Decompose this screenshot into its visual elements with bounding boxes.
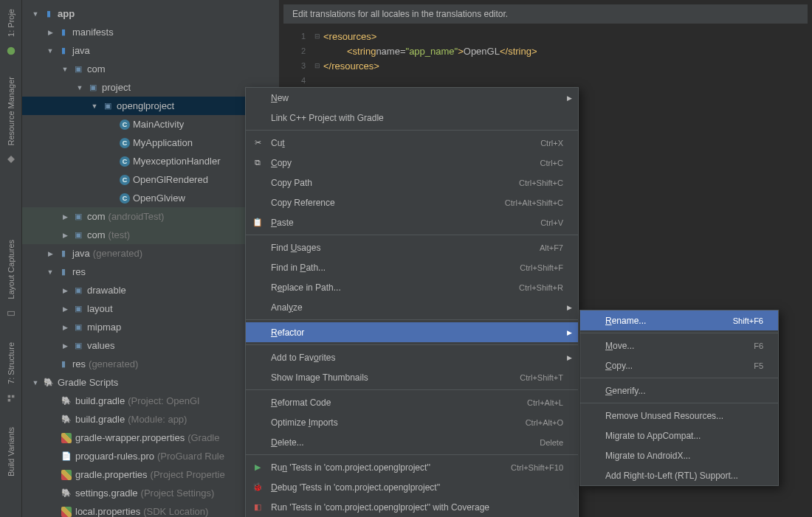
- menu-item[interactable]: Migrate to AppCompat...: [580, 426, 778, 445]
- menu-item[interactable]: Generify...: [580, 381, 778, 400]
- menu-item[interactable]: Analyze▶: [246, 297, 578, 317]
- tree-node-res[interactable]: ▮ res: [22, 263, 279, 281]
- chevron-right-icon[interactable]: [61, 287, 69, 294]
- gradle-file-icon: 🐘: [61, 414, 72, 426]
- tree-node-gradle-scripts[interactable]: 🐘 Gradle Scripts: [22, 373, 279, 392]
- tree-node-class[interactable]: C OpenGlRendered: [22, 170, 279, 189]
- chevron-down-icon[interactable]: [75, 84, 84, 91]
- tree-node-values[interactable]: ▣ values: [22, 336, 279, 355]
- rail-resource-manager[interactable]: Resource Manager: [5, 71, 17, 152]
- menu-shortcut: Ctrl+Shift+R: [519, 283, 563, 292]
- project-tree[interactable]: ▮ app ▮ manifests ▮ java ▣ com ▣ project…: [22, 0, 279, 517]
- menu-item[interactable]: Show Image ThumbnailsCtrl+Shift+T: [246, 367, 578, 387]
- tree-node-openglproject[interactable]: ▣ openglproject: [22, 97, 279, 115]
- folder-icon: ▮: [58, 45, 69, 57]
- menu-item-label: Copy Reference: [271, 198, 505, 208]
- menu-item[interactable]: ⧉CopyCtrl+C: [246, 153, 578, 173]
- cut-icon: ✂: [252, 137, 264, 149]
- chevron-down-icon[interactable]: [46, 268, 55, 276]
- tree-node-layout[interactable]: ▣ layout: [22, 299, 279, 318]
- chevron-right-icon[interactable]: [61, 342, 69, 350]
- package-icon: ▣: [72, 63, 84, 75]
- menu-item-label: Add to Favorites: [271, 353, 563, 363]
- menu-item[interactable]: Copy ReferenceCtrl+Alt+Shift+C: [246, 192, 578, 212]
- tree-node-proguard[interactable]: 📄 proguard-rules.pro (ProGuard Rule: [22, 447, 279, 465]
- tree-node-buildgradle[interactable]: 🐘 build.gradle (Project: OpenGl: [22, 392, 279, 410]
- chevron-down-icon[interactable]: [61, 66, 69, 73]
- chevron-down-icon[interactable]: [90, 103, 99, 110]
- tree-node-app[interactable]: ▮ app: [22, 4, 279, 23]
- package-icon: ▣: [87, 82, 99, 94]
- fold-icon[interactable]: ⊟: [314, 62, 323, 69]
- menu-item[interactable]: Copy PathCtrl+Shift+C: [246, 173, 578, 192]
- menu-item[interactable]: ✂CutCtrl+X: [246, 133, 578, 153]
- chevron-right-icon[interactable]: [46, 29, 55, 36]
- tree-node-class[interactable]: C OpenGlview: [22, 189, 279, 207]
- menu-item[interactable]: Rename...Shift+F6: [580, 310, 778, 330]
- tree-node-project[interactable]: ▣ project: [22, 78, 279, 97]
- menu-item[interactable]: Refactor▶: [246, 322, 578, 342]
- menu-item[interactable]: Find UsagesAlt+F7: [246, 237, 578, 257]
- context-menu[interactable]: New▶Link C++ Project with Gradle✂CutCtrl…: [245, 87, 579, 517]
- rail-structure[interactable]: 7: Structure: [5, 336, 17, 390]
- tree-node-properties[interactable]: gradle.properties (Project Propertie: [22, 465, 279, 484]
- tree-node-class[interactable]: C MyexceptionHandler: [22, 152, 279, 170]
- tree-node-class[interactable]: C MyApplication: [22, 133, 279, 152]
- tree-label: app: [58, 8, 75, 19]
- class-icon: C: [120, 175, 130, 185]
- folder-icon: ▣: [72, 340, 84, 352]
- menu-item-label: Reformat Code: [271, 398, 527, 408]
- tree-label: build.gradle: [75, 414, 125, 425]
- menu-item[interactable]: 📋PasteCtrl+V: [246, 212, 578, 232]
- menu-item[interactable]: Add to Favorites▶: [246, 347, 578, 367]
- tree-node-java[interactable]: ▮ java: [22, 41, 279, 60]
- tree-node-properties[interactable]: local.properties (SDK Location): [22, 502, 279, 517]
- tree-node-manifests[interactable]: ▮ manifests: [22, 23, 279, 41]
- menu-item[interactable]: Remove Unused Resources...: [580, 406, 778, 426]
- copy-icon: ⧉: [252, 157, 264, 169]
- menu-item[interactable]: Reformat CodeCtrl+Alt+L: [246, 392, 578, 412]
- tree-node-mipmap[interactable]: ▣ mipmap: [22, 318, 279, 336]
- menu-item[interactable]: ◧Run 'Tests in 'com.project.openglprojec…: [246, 497, 578, 517]
- tree-node-class[interactable]: C MainActivity: [22, 115, 279, 133]
- tree-node-com[interactable]: ▣ com: [22, 60, 279, 78]
- chevron-right-icon[interactable]: [46, 250, 55, 257]
- menu-item[interactable]: Move...F6: [580, 336, 778, 355]
- menu-item[interactable]: ▶Run 'Tests in 'com.project.openglprojec…: [246, 457, 578, 477]
- chevron-down-icon[interactable]: [46, 47, 55, 55]
- chevron-right-icon[interactable]: [61, 232, 69, 239]
- rail-project-tab[interactable]: 1: Proje: [5, 3, 17, 43]
- chevron-right-icon[interactable]: [61, 324, 69, 331]
- translations-hint-bar[interactable]: Edit translations for all locales in the…: [283, 4, 808, 24]
- fold-icon[interactable]: ⊟: [314, 32, 323, 40]
- tree-node-settings-gradle[interactable]: 🐘 settings.gradle (Project Settings): [22, 484, 279, 502]
- menu-item[interactable]: Add Right-to-Left (RTL) Support...: [580, 465, 778, 485]
- tree-node-com-androidtest[interactable]: ▣ com (androidTest): [22, 207, 279, 226]
- chevron-down-icon[interactable]: [31, 10, 40, 18]
- folder-icon: ▮: [58, 358, 69, 370]
- refactor-submenu[interactable]: Rename...Shift+F6Move...F6Copy...F5Gener…: [579, 310, 779, 486]
- menu-item[interactable]: Migrate to AndroidX...: [580, 445, 778, 465]
- code-editor[interactable]: 1 ⊟ <resources> 2 <string name= "app_nam…: [279, 26, 812, 91]
- tree-node-com-test[interactable]: ▣ com (test): [22, 226, 279, 244]
- tree-node-drawable[interactable]: ▣ drawable: [22, 281, 279, 299]
- menu-item[interactable]: Link C++ Project with Gradle: [246, 108, 578, 128]
- chevron-right-icon[interactable]: [61, 213, 69, 221]
- tree-node-properties[interactable]: gradle-wrapper.properties (Gradle: [22, 428, 279, 447]
- menu-item-label: Remove Unused Resources...: [605, 411, 763, 421]
- menu-item[interactable]: Replace in Path...Ctrl+Shift+R: [246, 277, 578, 297]
- chevron-down-icon[interactable]: [31, 379, 40, 386]
- tree-node-buildgradle[interactable]: 🐘 build.gradle (Module: app): [22, 410, 279, 428]
- menu-item[interactable]: 🐞Debug 'Tests in 'com.project.openglproj…: [246, 477, 578, 497]
- menu-separator: [246, 130, 578, 131]
- chevron-right-icon[interactable]: [61, 305, 69, 313]
- menu-item[interactable]: New▶: [246, 88, 578, 108]
- menu-item[interactable]: Delete...Delete: [246, 432, 578, 452]
- menu-item[interactable]: Find in Path...Ctrl+Shift+F: [246, 257, 578, 277]
- menu-item[interactable]: Copy...F5: [580, 355, 778, 375]
- tree-node-res-generated[interactable]: ▮ res (generated): [22, 355, 279, 373]
- tree-node-java-generated[interactable]: ▮ java (generated): [22, 244, 279, 263]
- menu-item[interactable]: Optimize ImportsCtrl+Alt+O: [246, 412, 578, 432]
- rail-layout-captures[interactable]: Layout Captures: [5, 234, 17, 305]
- rail-build-variants[interactable]: Build Variants: [5, 421, 17, 482]
